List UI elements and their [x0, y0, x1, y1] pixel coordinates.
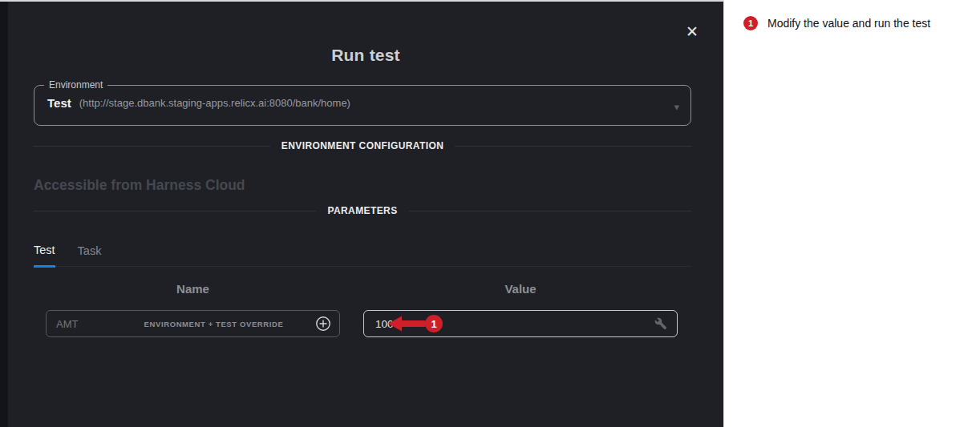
step-text: Modify the value and run the test [767, 16, 930, 31]
parameters-heading: PARAMETERS [327, 205, 397, 216]
annotation-panel: 1 Modify the value and run the test [723, 0, 980, 427]
add-parameter-icon[interactable] [315, 316, 331, 332]
column-header-name: Name [46, 282, 340, 296]
divider-line [34, 211, 316, 211]
parameter-value-field [363, 310, 678, 337]
divider-line [409, 211, 691, 211]
environment-configuration-heading: ENVIRONMENT CONFIGURATION [281, 140, 443, 151]
access-note: Accessible from Harness Cloud [34, 177, 245, 194]
environment-url: (http://stage.dbank.staging-apps.relicx.… [79, 97, 350, 109]
run-test-dialog: Run test ✕ Environment Test (http://stag… [8, 2, 723, 427]
environment-selected-option[interactable]: Test (http://stage.dbank.staging-apps.re… [34, 91, 690, 110]
parameters-tabbar: Test Task [34, 234, 691, 267]
override-badge: ENVIRONMENT + TEST OVERRIDE [112, 320, 315, 328]
step-number-badge: 1 [743, 16, 758, 30]
parameters-divider: PARAMETERS [34, 203, 691, 219]
annotation-step: 1 Modify the value and run the test [724, 0, 980, 31]
chevron-down-icon: ▾ [674, 101, 679, 113]
parameter-value-input[interactable] [375, 318, 654, 330]
divider-line [455, 146, 691, 147]
modal-backdrop: Run test ✕ Environment Test (http://stag… [0, 0, 723, 427]
close-icon[interactable]: ✕ [682, 22, 703, 42]
environment-select[interactable]: Environment Test (http://stage.dbank.sta… [34, 79, 691, 126]
dialog-title: Run test [8, 46, 723, 65]
page: Run test ✕ Environment Test (http://stag… [0, 0, 980, 427]
environment-configuration-divider: ENVIRONMENT CONFIGURATION [34, 138, 691, 154]
wrench-icon[interactable] [654, 317, 667, 330]
environment-name: Test [47, 96, 71, 110]
column-header-value: Value [363, 282, 678, 296]
tab-task[interactable]: Task [78, 244, 102, 266]
tab-test[interactable]: Test [34, 244, 55, 268]
environment-label: Environment [44, 79, 107, 91]
divider-line [34, 146, 270, 147]
parameter-name-input[interactable] [56, 318, 112, 330]
parameter-name-field: ENVIRONMENT + TEST OVERRIDE [46, 310, 340, 337]
